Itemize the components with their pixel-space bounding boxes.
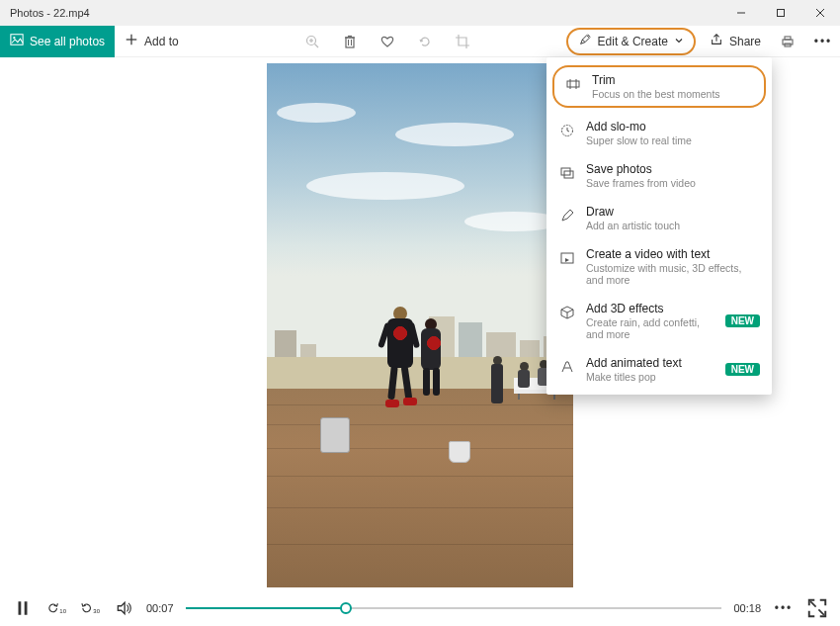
skip-fwd-label: 30 (93, 608, 100, 614)
svg-rect-26 (561, 253, 573, 263)
edit-icon (578, 33, 592, 49)
skip-forward-button[interactable]: 30 (79, 597, 101, 619)
save-photos-icon (558, 164, 576, 182)
share-label: Share (729, 35, 761, 48)
delete-button[interactable] (331, 26, 369, 57)
svg-rect-1 (778, 10, 785, 17)
playback-bar: 10 30 00:07 00:18 ••• (0, 589, 840, 626)
scene-suitcase (320, 417, 350, 453)
menu-item-title: Save photos (586, 162, 760, 176)
video-text-icon (558, 249, 576, 267)
menu-item-animated-text[interactable]: Add animated text Make titles pop NEW (546, 348, 772, 391)
svg-rect-28 (25, 601, 28, 615)
skip-back-button[interactable]: 10 (45, 597, 67, 619)
skip-back-label: 10 (59, 608, 66, 614)
plus-icon (125, 33, 138, 49)
more-button[interactable]: ••• (806, 35, 840, 48)
scene-performer-2 (413, 318, 453, 437)
svg-line-29 (810, 601, 816, 607)
time-elapsed: 00:07 (146, 602, 174, 614)
menu-item-title: Create a video with text (586, 247, 760, 261)
window-controls (721, 0, 840, 26)
chevron-down-icon (674, 35, 684, 48)
svg-line-30 (818, 609, 824, 615)
share-button[interactable]: Share (702, 26, 769, 57)
menu-item-sub: Create rain, add confetti, and more (586, 316, 715, 340)
fullscreen-button[interactable] (806, 597, 828, 619)
minimize-button[interactable] (721, 0, 761, 26)
menu-item-title: Add animated text (586, 356, 715, 370)
animated-text-icon (558, 358, 576, 376)
new-badge: NEW (725, 363, 760, 376)
video-frame[interactable] (267, 63, 573, 587)
titlebar: Photos - 22.mp4 (0, 0, 840, 26)
add-to-label: Add to (144, 35, 179, 48)
new-badge: NEW (725, 314, 760, 327)
crop-button[interactable] (444, 26, 481, 57)
menu-item-sub: Save frames from video (586, 177, 760, 189)
edit-create-menu: Trim Focus on the best moments Add slo-m… (546, 57, 772, 395)
menu-item-sub: Super slow to real time (586, 134, 760, 146)
zoom-button[interactable] (294, 26, 331, 57)
slomo-icon (558, 122, 576, 139)
edit-create-button[interactable]: Edit & Create (566, 28, 696, 55)
menu-item-title: Draw (586, 205, 760, 219)
add-to-button[interactable]: Add to (115, 26, 189, 57)
menu-item-sub: Make titles pop (586, 371, 715, 383)
svg-rect-20 (567, 81, 579, 87)
seek-slider[interactable] (186, 598, 722, 618)
photo-icon (10, 33, 24, 49)
menu-item-sub: Focus on the best moments (592, 88, 754, 100)
menu-item-sub: Add an artistic touch (586, 220, 760, 231)
window-title: Photos - 22.mp4 (10, 7, 90, 19)
see-all-photos-button[interactable]: See all photos (0, 26, 115, 57)
trim-icon (564, 75, 582, 93)
playback-more-button[interactable]: ••• (773, 601, 795, 615)
see-all-photos-label: See all photos (30, 35, 105, 48)
menu-item-save-photos[interactable]: Save photos Save frames from video (546, 154, 772, 197)
menu-item-slomo[interactable]: Add slo-mo Super slow to real time (546, 112, 772, 154)
rotate-button[interactable] (406, 26, 444, 57)
scene-bucket (449, 441, 470, 463)
pause-button[interactable] (12, 597, 34, 619)
svg-rect-27 (19, 601, 22, 615)
cube-icon (558, 304, 576, 321)
svg-line-9 (314, 44, 318, 47)
menu-item-3d-effects[interactable]: Add 3D effects Create rain, add confetti… (546, 294, 772, 348)
menu-item-trim[interactable]: Trim Focus on the best moments (552, 65, 766, 108)
svg-rect-12 (346, 38, 354, 47)
favorite-button[interactable] (369, 26, 406, 57)
svg-point-5 (13, 37, 15, 39)
menu-item-title: Add 3D effects (586, 302, 715, 315)
share-icon (710, 33, 723, 49)
menu-item-title: Trim (592, 73, 754, 87)
draw-icon (558, 207, 576, 224)
edit-create-label: Edit & Create (598, 35, 668, 48)
toolbar: See all photos Add to Edit & Create Shar… (0, 26, 840, 57)
print-button[interactable] (769, 26, 806, 57)
time-duration: 00:18 (733, 602, 761, 614)
close-button[interactable] (800, 0, 840, 26)
menu-item-title: Add slo-mo (586, 120, 760, 134)
menu-item-video-text[interactable]: Create a video with text Customize with … (546, 239, 772, 294)
menu-item-draw[interactable]: Draw Add an artistic touch (546, 197, 772, 239)
svg-rect-18 (785, 37, 791, 40)
volume-button[interactable] (113, 597, 134, 619)
menu-item-sub: Customize with music, 3D effects, and mo… (586, 262, 760, 286)
maximize-button[interactable] (761, 0, 800, 26)
